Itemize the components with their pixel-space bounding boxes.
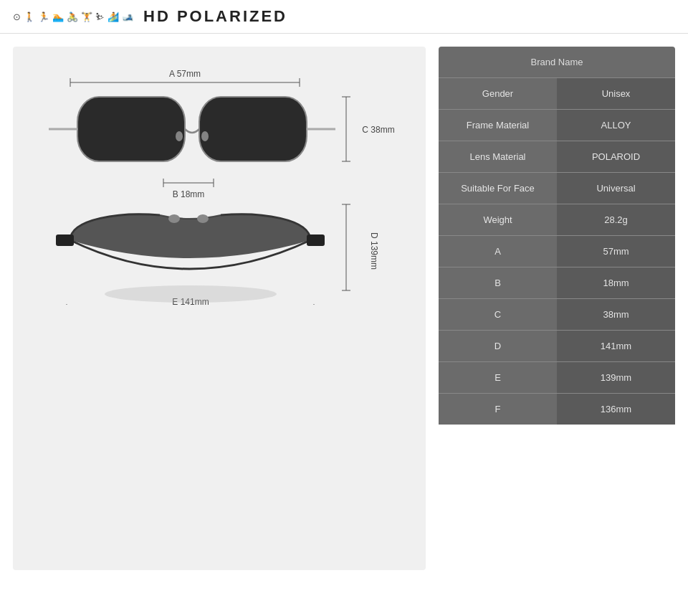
spec-table: Brand Name Gender Unisex Frame Material … <box>439 47 675 570</box>
spec-row-f: F 136mm <box>439 394 675 425</box>
svg-rect-4 <box>199 97 307 161</box>
svg-rect-16 <box>307 234 325 246</box>
d-label: D <box>439 331 557 361</box>
icon-hike: 🏋 <box>81 11 92 22</box>
b-label: B <box>439 267 557 298</box>
spec-row-c: C 38mm <box>439 299 675 331</box>
dim-b-label: B 18mm <box>173 189 205 199</box>
frame-label: Frame Material <box>439 110 557 141</box>
spec-row-a: A 57mm <box>439 236 675 267</box>
face-value: Universal <box>557 173 675 204</box>
icon-ski: ⛷ <box>95 11 105 22</box>
svg-rect-15 <box>56 234 74 246</box>
spec-row-b: B 18mm <box>439 267 675 299</box>
weight-label: Weight <box>439 204 557 235</box>
c-value: 38mm <box>557 299 675 330</box>
icon-swim: 🏊 <box>52 11 64 22</box>
dim-c-label: C 38mm <box>362 125 394 135</box>
svg-point-8 <box>201 131 209 141</box>
a-label: A <box>439 236 557 267</box>
e-value: 139mm <box>557 362 675 393</box>
svg-point-18 <box>197 214 209 223</box>
spec-row-gender: Gender Unisex <box>439 78 675 110</box>
lens-value: POLAROID <box>557 141 675 172</box>
e-label: E <box>439 362 557 393</box>
c-label: C <box>439 299 557 330</box>
icon-person: 🚶 <box>24 11 35 22</box>
frame-value: ALLOY <box>557 110 675 141</box>
b-value: 18mm <box>557 267 675 298</box>
spec-row-lens: Lens Material POLAROID <box>439 141 675 173</box>
d-value: 141mm <box>557 331 675 361</box>
f-label: F <box>439 394 557 425</box>
page-title: HD POLARIZED <box>143 7 287 26</box>
spec-row-weight: Weight 28.2g <box>439 204 675 236</box>
spec-row-brand: Brand Name <box>439 47 675 78</box>
spec-row-d: D 141mm <box>439 331 675 362</box>
main-content: A 57mm C 38mm B 18mm <box>0 34 688 583</box>
gender-value: Unisex <box>557 78 675 109</box>
f-value: 136mm <box>557 394 675 425</box>
svg-rect-3 <box>77 97 185 161</box>
spec-row-frame: Frame Material ALLOY <box>439 110 675 141</box>
brand-name-label: Brand Name <box>439 47 675 77</box>
a-value: 57mm <box>557 236 675 267</box>
icon-bike: 🚴 <box>67 11 78 22</box>
svg-point-28 <box>105 285 277 303</box>
spec-row-e: E 139mm <box>439 362 675 394</box>
icon-more2: 🎿 <box>122 11 133 22</box>
header: ⊙ 🚶 🏃 🏊 🚴 🏋 ⛷ 🏄 🎿 HD POLARIZED <box>0 0 688 34</box>
svg-point-7 <box>176 131 183 141</box>
gender-label: Gender <box>439 78 557 109</box>
icon-settings: ⊙ <box>13 11 21 22</box>
icon-more1: 🏄 <box>108 11 119 22</box>
front-view-diagram: A 57mm C 38mm B 18mm <box>27 61 400 305</box>
face-label: Suitable For Face <box>439 173 557 204</box>
svg-point-17 <box>168 214 180 223</box>
diagram-panel: A 57mm C 38mm B 18mm <box>13 47 426 570</box>
activity-icons: ⊙ 🚶 🏃 🏊 🚴 🏋 ⛷ 🏄 🎿 <box>13 11 133 22</box>
weight-value: 28.2g <box>557 204 675 235</box>
lens-label: Lens Material <box>439 141 557 172</box>
dim-a-label: A 57mm <box>169 69 201 79</box>
dim-d-label: D 139mm <box>369 232 379 270</box>
icon-activity: 🏃 <box>38 11 49 22</box>
spec-row-face: Suitable For Face Universal <box>439 173 675 204</box>
